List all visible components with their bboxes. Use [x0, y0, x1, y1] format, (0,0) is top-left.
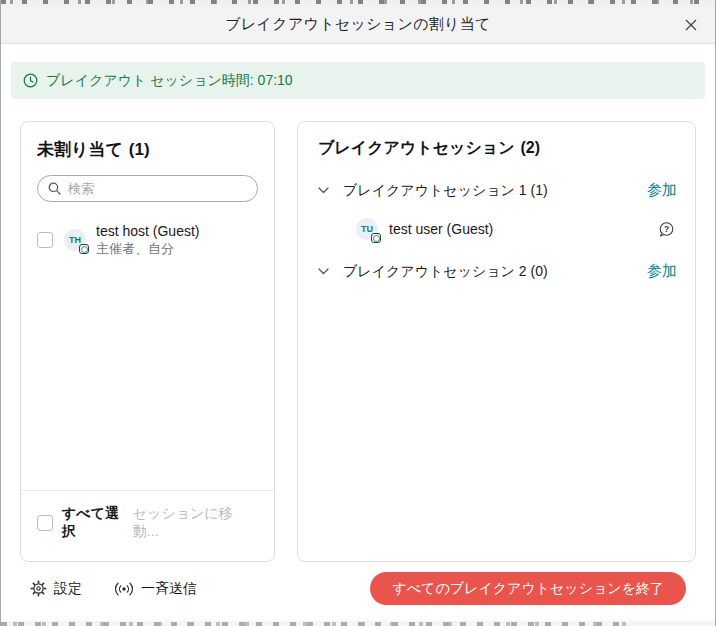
unassigned-title: 未割り当て [37, 138, 123, 161]
settings-label: 設定 [54, 580, 82, 598]
svg-text:?: ? [664, 224, 669, 234]
avatar-badge-icon [79, 244, 89, 254]
chevron-down-icon[interactable] [316, 266, 331, 277]
dialog-title: ブレイクアウトセッションの割り当て [225, 15, 490, 34]
avatar: TH [64, 229, 86, 251]
unassigned-count: (1) [129, 140, 150, 160]
panels-row: 未割り当て (1) TH test host (G [20, 121, 696, 562]
participant-checkbox[interactable] [37, 232, 53, 248]
session-name: ブレイクアウトセッション 2 (0) [343, 263, 548, 281]
search-icon [48, 182, 61, 195]
broadcast-button[interactable]: 一斉送信 [114, 580, 197, 598]
unassigned-participant-row: TH test host (Guest) 主催者、自分 [37, 222, 258, 258]
participant-name: test user (Guest) [389, 221, 493, 237]
avatar-initials: TH [69, 235, 81, 245]
dialog-footer: 設定 一斉送信 すべてのブレイクアウトセッション [11, 562, 705, 621]
gear-icon [30, 580, 47, 597]
session-name: ブレイクアウトセッション 1 (1) [343, 182, 548, 200]
session-row-2: ブレイクアウトセッション 2 (0) 参加 [316, 262, 677, 281]
avatar-badge-icon [371, 233, 381, 243]
sessions-title: ブレイクアウトセッション [318, 138, 515, 159]
chevron-down-icon[interactable] [316, 185, 331, 196]
help-bubble-icon[interactable]: ? [658, 221, 675, 238]
participant-role: 主催者、自分 [96, 241, 199, 258]
sessions-count: (2) [521, 139, 541, 157]
participant-search[interactable] [37, 175, 258, 202]
participant-name: test host (Guest) [96, 222, 199, 240]
session-row-1: ブレイクアウトセッション 1 (1) 参加 [316, 181, 677, 200]
close-button[interactable] [680, 14, 702, 36]
select-all-label: すべて選択 [62, 505, 133, 541]
select-all-checkbox[interactable] [37, 515, 53, 531]
dialog-body: ブレイクアウト セッション時間: 07:10 未割り当て (1) [1, 44, 715, 621]
sessions-panel: ブレイクアウトセッション (2) ブレイクアウトセッション 1 (1) 参加 T… [297, 121, 696, 562]
session-timer-text: ブレイクアウト セッション時間: 07:10 [46, 72, 293, 90]
participant-info: test host (Guest) 主催者、自分 [96, 222, 199, 258]
join-session-1-link[interactable]: 参加 [647, 181, 677, 200]
join-session-2-link[interactable]: 参加 [647, 262, 677, 281]
broadcast-icon [114, 581, 134, 597]
sessions-panel-header: ブレイクアウトセッション (2) [318, 138, 677, 159]
session-timer-banner: ブレイクアウト セッション時間: 07:10 [11, 62, 705, 99]
unassigned-panel-header: 未割り当て (1) [37, 138, 258, 161]
broadcast-label: 一斉送信 [141, 580, 197, 598]
avatar: TU [356, 218, 378, 240]
end-all-sessions-button[interactable]: すべてのブレイクアウトセッションを終了 [370, 572, 686, 605]
move-to-session-link[interactable]: セッションに移動... [133, 505, 258, 541]
breakout-assignment-dialog: ブレイクアウトセッションの割り当て ブレイクアウト セッション時間: 07:10… [0, 0, 716, 626]
dialog-header: ブレイクアウトセッションの割り当て [1, 6, 715, 44]
search-input[interactable] [68, 181, 247, 196]
clock-icon [23, 73, 38, 88]
avatar-initials: TU [361, 224, 373, 234]
unassigned-panel: 未割り当て (1) TH test host (G [20, 121, 275, 562]
underlying-window-bottom-sliver [1, 621, 715, 626]
session-1-participant-row: TU test user (Guest) ? [356, 218, 675, 240]
settings-button[interactable]: 設定 [30, 580, 82, 598]
close-icon [684, 18, 698, 32]
unassigned-panel-footer: すべて選択 セッションに移動... [21, 490, 274, 549]
